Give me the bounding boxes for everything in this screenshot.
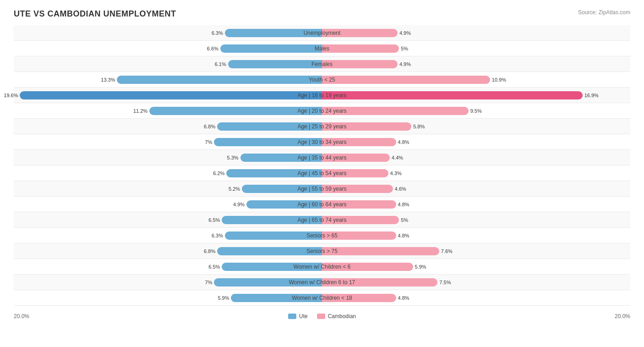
bar-area: 6.3% Unemployment 4.9% xyxy=(14,25,630,40)
right-side: 10.9% xyxy=(322,76,490,84)
left-side: 19.6% xyxy=(20,91,322,99)
cambodian-color-swatch xyxy=(317,314,325,319)
right-bar xyxy=(322,122,411,131)
chart-row: 6.5% Women w/ Children < 6 5.9% xyxy=(14,259,630,275)
bar-area: 7% Women w/ Children 6 to 17 7.5% xyxy=(14,275,630,290)
right-side: 4.8% xyxy=(322,138,396,146)
bar-area: 6.8% Age | 25 to 29 years 5.8% xyxy=(14,119,630,134)
right-bar xyxy=(322,247,439,255)
left-side: 6.5% xyxy=(222,216,322,224)
scale-right: 20.0% xyxy=(615,313,630,319)
chart-row: 13.3% Youth < 25 10.9% xyxy=(14,72,630,88)
left-value: 5.2% xyxy=(229,186,240,192)
right-value: 4.8% xyxy=(398,139,409,145)
left-side: 6.3% xyxy=(225,29,322,37)
left-side: 7% xyxy=(214,278,322,286)
right-side: 16.9% xyxy=(322,91,583,99)
right-value: 5% xyxy=(401,46,408,51)
chart-container: UTE VS CAMBODIAN UNEMPLOYMENT Source: Zi… xyxy=(14,9,630,322)
right-value: 5.9% xyxy=(415,264,426,270)
left-side: 5.3% xyxy=(240,154,322,162)
left-side: 7% xyxy=(214,138,322,146)
right-side: 5% xyxy=(322,216,399,224)
left-bar xyxy=(242,185,322,193)
right-side: 4.8% xyxy=(322,200,396,209)
chart-row: 6.1% Females 4.9% xyxy=(14,56,630,72)
left-side: 5.2% xyxy=(242,185,322,193)
left-bar xyxy=(220,44,322,53)
bar-area: 4.9% Age | 60 to 64 years 4.8% xyxy=(14,197,630,212)
left-value: 6.8% xyxy=(204,248,215,254)
right-bar xyxy=(322,44,399,53)
right-value: 7.6% xyxy=(441,248,453,254)
bar-area: 6.1% Females 4.9% xyxy=(14,56,630,72)
left-value: 7% xyxy=(205,280,213,285)
left-bar xyxy=(222,263,322,271)
right-bar xyxy=(322,60,398,68)
bar-area: 6.5% Women w/ Children < 6 5.9% xyxy=(14,259,630,274)
legend: Ute Cambodian xyxy=(288,313,356,319)
right-side: 7.6% xyxy=(322,247,439,255)
left-side: 6.8% xyxy=(217,122,322,131)
right-bar xyxy=(322,294,396,302)
legend-cambodian: Cambodian xyxy=(317,313,356,319)
chart-row: 6.5% Age | 65 to 74 years 5% xyxy=(14,212,630,228)
left-bar xyxy=(225,29,322,37)
left-value: 6.3% xyxy=(212,233,223,238)
right-side: 4.8% xyxy=(322,231,396,240)
right-bar xyxy=(322,278,437,286)
left-value: 6.2% xyxy=(213,171,224,176)
right-bar xyxy=(322,185,393,193)
bar-area: 6.2% Age | 45 to 54 years 4.3% xyxy=(14,165,630,181)
left-value: 7% xyxy=(205,139,213,145)
left-value: 5.3% xyxy=(227,155,239,160)
right-value: 5.8% xyxy=(413,124,425,129)
right-side: 5.8% xyxy=(322,122,411,131)
left-value: 6.5% xyxy=(208,217,220,223)
left-value: 6.3% xyxy=(212,30,223,36)
left-side: 6.5% xyxy=(222,263,322,271)
chart-rows: 6.3% Unemployment 4.9% 6.6% Males 5% xyxy=(14,25,630,306)
chart-row: 19.6% Age | 16 to 19 years 16.9% xyxy=(14,88,630,103)
left-value: 19.6% xyxy=(4,93,18,98)
right-side: 4.3% xyxy=(322,169,388,177)
left-bar xyxy=(149,107,322,115)
chart-title: UTE VS CAMBODIAN UNEMPLOYMENT xyxy=(14,9,176,19)
right-value: 7.5% xyxy=(439,280,451,285)
chart-row: 6.3% Seniors > 65 4.8% xyxy=(14,228,630,243)
bar-area: 6.6% Males 5% xyxy=(14,41,630,56)
right-bar xyxy=(322,138,396,146)
left-side: 11.2% xyxy=(149,107,322,115)
cambodian-label: Cambodian xyxy=(328,313,356,319)
right-bar xyxy=(322,200,396,209)
right-side: 5% xyxy=(322,44,399,53)
left-bar xyxy=(20,91,322,99)
right-side: 4.4% xyxy=(322,154,390,162)
left-bar xyxy=(214,278,322,286)
left-side: 13.3% xyxy=(117,76,322,84)
chart-footer: 20.0% Ute Cambodian 20.0% xyxy=(14,310,630,322)
chart-row: 6.8% Age | 25 to 29 years 5.8% xyxy=(14,119,630,134)
bar-area: 19.6% Age | 16 to 19 years 16.9% xyxy=(14,88,630,103)
right-bar xyxy=(322,263,413,271)
right-value: 5% xyxy=(401,217,408,223)
right-value: 4.9% xyxy=(399,61,411,67)
left-value: 6.8% xyxy=(204,124,215,129)
right-bar xyxy=(322,154,390,162)
right-value: 4.6% xyxy=(395,186,406,192)
bar-area: 11.2% Age | 20 to 24 years 9.5% xyxy=(14,103,630,118)
right-value: 10.9% xyxy=(492,77,506,83)
right-side: 4.9% xyxy=(322,29,398,37)
left-bar xyxy=(225,231,322,240)
left-bar xyxy=(246,200,322,209)
left-bar xyxy=(231,294,322,302)
right-bar xyxy=(322,216,399,224)
right-side: 4.8% xyxy=(322,294,396,302)
chart-source: Source: ZipAtlas.com xyxy=(578,9,630,16)
bar-area: 6.8% Seniors > 75 7.6% xyxy=(14,243,630,259)
chart-header: UTE VS CAMBODIAN UNEMPLOYMENT Source: Zi… xyxy=(14,9,630,19)
right-value: 9.5% xyxy=(470,108,482,114)
chart-row: 5.9% Women w/ Children < 18 4.8% xyxy=(14,290,630,306)
bar-area: 7% Age | 30 to 34 years 4.8% xyxy=(14,134,630,149)
right-side: 5.9% xyxy=(322,263,413,271)
